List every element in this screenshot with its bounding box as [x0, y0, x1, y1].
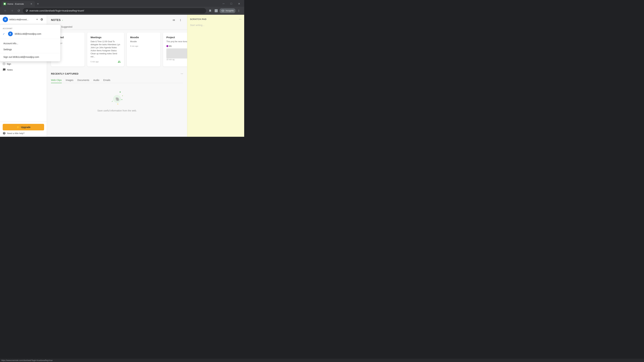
close-window-button[interactable]: ✕ — [235, 1, 243, 6]
card-preview: Date & Time 12:00 Goal To delegate the t… — [90, 40, 121, 58]
notes-tabs: Recent Suggested — [47, 23, 187, 30]
card-time: 10 min ag — [166, 58, 174, 60]
profile-button[interactable] — [214, 8, 219, 13]
card-badge — [118, 60, 121, 63]
bookmark-button[interactable] — [208, 8, 213, 13]
avatar: B — [3, 17, 8, 22]
maximize-button[interactable]: □ — [228, 1, 235, 6]
tab-close-button[interactable]: ✕ — [30, 2, 33, 5]
account-dropdown: ACCOUNT ✓ B b93b1c4d@moodjoy.com Account… — [0, 25, 60, 61]
tab-audio[interactable]: Audio — [93, 77, 99, 83]
notes-view-button[interactable] — [171, 17, 176, 23]
card-preview: This proj the nece tions for — [166, 40, 187, 43]
check-icon: ✓ — [3, 32, 6, 35]
notes-panel-title: NOTES — [51, 18, 61, 22]
notes-more-button[interactable] — [178, 17, 183, 23]
scratch-pad-content[interactable]: Start writing... — [187, 22, 244, 137]
back-button[interactable] — [3, 8, 8, 13]
note-card[interactable]: Moodie Moodie 8 min ago — [127, 32, 160, 66]
notes-header: NOTES › — [47, 15, 187, 23]
tab-title: Home - Evernote — [8, 3, 28, 5]
notes-arrow-icon: › — [62, 19, 63, 21]
svg-text:✓: ✓ — [112, 100, 113, 102]
tab-documents[interactable]: Documents — [77, 77, 89, 83]
upgrade-icon: ⚡ — [16, 125, 20, 129]
note-card[interactable]: Project This proj the nece tions for 0/1… — [163, 32, 187, 66]
scratch-pad: SCRATCH PAD ··· Start writing... — [187, 15, 244, 137]
dropdown-account-email: b93b1c4d@moodjoy.com — [15, 32, 41, 35]
captured-header: RECENTLY CAPTURED ··· — [51, 69, 183, 77]
forward-button[interactable] — [10, 8, 15, 13]
tab-images[interactable]: Images — [66, 77, 74, 83]
captured-empty-state: ★ ★ 🐘 ✓ ✂ ★ Save use — [51, 86, 183, 116]
card-title: Meetings — [90, 36, 121, 39]
web-clip-illustration: ★ ★ 🐘 ✓ ✂ ★ — [109, 90, 126, 107]
card-time: 8 min ago — [130, 45, 138, 47]
tab-web-clips[interactable]: Web Clips — [51, 77, 62, 83]
browser-chrome: Home - Evernote ✕ + ─ □ ✕ evernote.com/c… — [0, 0, 244, 15]
svg-text:★: ★ — [122, 95, 123, 96]
help-link[interactable]: Need a little help? — [3, 130, 44, 135]
note-label: Sign — [7, 63, 11, 65]
tab-emails[interactable]: Emails — [103, 77, 110, 83]
card-preview: Moodie — [130, 40, 157, 43]
card-title: Project — [166, 36, 187, 39]
app-layout: B b93b1c4d@mood... ▼ ACCOUNT ✓ B b93b1c4… — [0, 15, 244, 137]
nav-item-label: Notes — [7, 68, 13, 71]
scratch-pad-title: SCRATCH PAD — [190, 18, 206, 20]
dropdown-account-section: ACCOUNT ✓ B b93b1c4d@moodjoy.com — [0, 25, 60, 39]
tab-bar: Home - Evernote ✕ + ─ □ ✕ — [0, 0, 244, 7]
tab-suggested[interactable]: Suggested — [61, 24, 72, 30]
notes-cards: Untitled 1 min ago Meetings Date & Time … — [47, 30, 187, 69]
incognito-badge[interactable]: Incognito — [220, 8, 236, 13]
captured-menu-button[interactable]: ··· — [180, 72, 183, 75]
tab-favicon — [3, 2, 6, 5]
reload-button[interactable] — [16, 8, 22, 13]
scratch-pad-header: SCRATCH PAD ··· — [187, 15, 244, 22]
dropdown-menu: Account info... Settings Sign out b93b1c… — [0, 39, 60, 61]
more-icon — [179, 18, 182, 22]
list-item[interactable]: Sign — [1, 61, 46, 66]
address-text: evernote.com/client/web?login=true&newRe… — [30, 9, 84, 12]
svg-text:✂: ✂ — [121, 98, 123, 101]
account-section-label: ACCOUNT — [3, 27, 58, 29]
card-footer: 10 min ag — [166, 58, 187, 60]
captured-tabs: Web Clips Images Documents Audio Emails — [51, 77, 183, 83]
settings-item[interactable]: Settings — [0, 46, 60, 52]
card-title: Moodie — [130, 36, 157, 39]
help-icon — [3, 132, 6, 135]
account-info-item[interactable]: Account info... — [0, 40, 60, 46]
upgrade-button[interactable]: ⚡ Upgrade — [3, 124, 44, 130]
signout-item[interactable]: Sign out b93b1c4d@moodjoy.com — [0, 54, 60, 60]
menu-button[interactable] — [236, 8, 242, 13]
scratch-pad-menu-button[interactable]: ··· — [239, 17, 242, 21]
svg-rect-14 — [3, 63, 5, 65]
account-header[interactable]: B b93b1c4d@mood... ▼ — [0, 15, 47, 24]
svg-text:🐘: 🐘 — [116, 97, 120, 101]
nav-item-notes[interactable]: Notes — [1, 67, 46, 72]
progress-text: 0/1 — [169, 45, 172, 47]
card-time: 5 min ago — [90, 61, 98, 63]
nav-bar: evernote.com/client/web?login=true&newRe… — [0, 7, 244, 15]
card-footer: 8 min ago — [130, 45, 157, 47]
notes-nav-icon — [3, 68, 6, 71]
notes-header-actions — [171, 17, 183, 23]
minimize-button[interactable]: ─ — [220, 1, 228, 6]
card-footer: 5 min ago — [90, 60, 121, 63]
note-card[interactable]: Meetings Date & Time 12:00 Goal To deleg… — [87, 32, 124, 66]
captured-title: RECENTLY CAPTURED — [51, 72, 78, 75]
notes-title-row: NOTES › — [51, 18, 63, 22]
svg-text:★: ★ — [119, 91, 121, 93]
svg-point-0 — [4, 3, 6, 5]
active-tab[interactable]: Home - Evernote ✕ — [1, 1, 35, 7]
main-content: NOTES › Recent Suggested — [47, 15, 244, 137]
chevron-down-icon: ▼ — [36, 18, 38, 21]
shared-icon — [118, 60, 121, 63]
sidebar-nav: Notes — [0, 66, 47, 73]
new-tab-button[interactable]: + — [36, 1, 40, 6]
settings-button[interactable] — [40, 17, 44, 22]
address-bar[interactable]: evernote.com/client/web?login=true&newRe… — [23, 8, 206, 13]
recently-captured-section: RECENTLY CAPTURED ··· Web Clips Images D… — [47, 69, 187, 120]
notes-panel: NOTES › Recent Suggested — [47, 15, 187, 137]
dropdown-avatar: B — [8, 31, 13, 36]
